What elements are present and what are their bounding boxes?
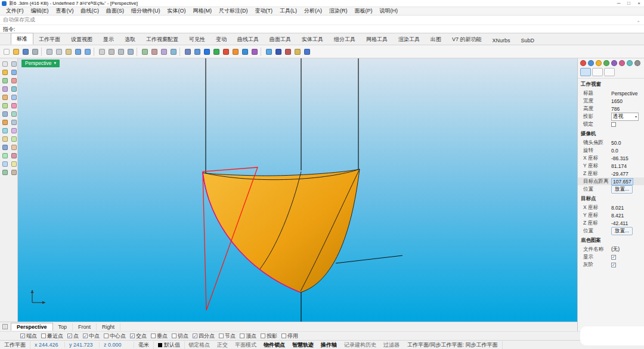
status-layer[interactable]: 默认值: [154, 341, 185, 349]
menu-item-尺寸标注(D)[interactable]: 尺寸标注(D): [215, 7, 252, 15]
circle-tool-icon[interactable]: [10, 77, 17, 84]
osnap-端点[interactable]: ✓端点: [20, 332, 37, 340]
curve-tool-icon[interactable]: [1, 77, 8, 84]
menu-item-变动(T)[interactable]: 变动(T): [252, 7, 277, 15]
notes-icon[interactable]: [619, 60, 625, 66]
viewport-tab-Top[interactable]: Top: [53, 323, 73, 331]
osnap-中点[interactable]: ✓中点: [83, 332, 100, 340]
osnap-checkbox[interactable]: [281, 334, 286, 338]
help-icon[interactable]: [302, 47, 312, 57]
toolbar-tab-出图[interactable]: 出图: [425, 34, 447, 45]
polyline-tool-icon[interactable]: [10, 68, 17, 76]
osnap-投影[interactable]: 投影: [261, 332, 277, 340]
osnap-checkbox[interactable]: [104, 334, 109, 338]
toolbar-tab-选取[interactable]: 选取: [119, 34, 141, 45]
mirror-icon[interactable]: [169, 47, 178, 57]
toolbar-tab-渲染工具[interactable]: 渲染工具: [393, 34, 425, 45]
toolbar-tab-XNurbs[interactable]: XNurbs: [487, 36, 516, 45]
chamfer-tool-icon[interactable]: [1, 135, 8, 142]
open-folder-icon[interactable]: [11, 47, 21, 57]
toolbar-tab-曲面工具[interactable]: 曲面工具: [264, 34, 296, 45]
boolean-tool-icon[interactable]: [1, 127, 8, 134]
lasso-select-tool-icon[interactable]: [10, 60, 17, 67]
menu-item-说明(H)[interactable]: 说明(H): [376, 7, 402, 15]
osnap-checkbox[interactable]: [151, 334, 156, 338]
toolbar-tab-细分工具[interactable]: 细分工具: [329, 34, 361, 45]
settings-icon[interactable]: [634, 60, 640, 66]
viewport-tab-Perspective[interactable]: Perspective: [11, 323, 53, 331]
render-icon[interactable]: [274, 47, 283, 57]
osnap-checkbox[interactable]: ✓: [20, 334, 25, 338]
osnap-checkbox[interactable]: [261, 334, 265, 338]
trim-tool-icon[interactable]: [1, 144, 8, 151]
toolbar-tab-设置视图[interactable]: 设置视图: [66, 34, 98, 45]
osnap-垂点[interactable]: 垂点: [151, 332, 168, 340]
status-toggle-过滤器[interactable]: 过滤器: [380, 341, 403, 349]
灰阶-checkbox[interactable]: ✓: [611, 263, 616, 267]
menu-item-细分物件(U)[interactable]: 细分物件(U): [128, 7, 164, 15]
toolbar-tab-曲线工具[interactable]: 曲线工具: [232, 34, 264, 45]
status-toggle-记录建构历史[interactable]: 记录建构历史: [340, 341, 380, 349]
print-icon[interactable]: [30, 47, 40, 57]
circle-icon[interactable]: [193, 47, 202, 57]
scale-icon[interactable]: [159, 47, 169, 57]
status-toggle-正交[interactable]: 正交: [213, 341, 231, 349]
torus-icon[interactable]: [250, 47, 259, 57]
box-tool-icon[interactable]: [1, 119, 8, 126]
sphere-tool-icon[interactable]: [10, 119, 17, 126]
toolbar-tab-标准[interactable]: 标准: [11, 33, 33, 45]
osnap-切点[interactable]: 切点: [172, 332, 188, 340]
viewport-layout-icon[interactable]: [2, 324, 8, 329]
osnap-checkbox[interactable]: ✓: [83, 334, 88, 338]
osnap-交点[interactable]: ✓交点: [130, 332, 147, 340]
rotate-view-icon[interactable]: [126, 47, 135, 57]
revolve-tool-icon[interactable]: [1, 110, 8, 117]
display-icon[interactable]: [596, 60, 602, 66]
projection-dropdown[interactable]: 透视▾: [611, 113, 639, 121]
close-button[interactable]: ×: [634, 0, 644, 7]
sweep-tool-icon[interactable]: [10, 110, 17, 117]
osnap-最近点[interactable]: 最近点: [41, 332, 63, 340]
command-prompt[interactable]: 指令:: [0, 24, 644, 33]
new-file-icon[interactable]: [2, 47, 11, 57]
pan-icon[interactable]: [97, 47, 107, 57]
menu-item-网格(M)[interactable]: 网格(M): [190, 7, 216, 15]
menu-item-文件(F)[interactable]: 文件(F): [2, 7, 27, 15]
toolbar-tab-实体工具[interactable]: 实体工具: [296, 34, 329, 45]
menu-item-曲面(S)[interactable]: 曲面(S): [103, 7, 128, 15]
status-toggle-平面模式[interactable]: 平面模式: [231, 341, 260, 349]
layer-icon[interactable]: [293, 47, 302, 57]
shaded-view-icon[interactable]: [264, 47, 274, 57]
lights-icon[interactable]: [611, 60, 617, 66]
redo-icon[interactable]: [83, 47, 92, 57]
move-icon[interactable]: [140, 47, 150, 57]
zoom-window-icon[interactable]: [107, 47, 116, 57]
viewport-perspective[interactable]: Perspective ▾: [18, 58, 577, 322]
osnap-中心点[interactable]: 中心点: [104, 332, 126, 340]
copy-icon[interactable]: [54, 47, 64, 57]
rotate-tool-icon[interactable]: [10, 160, 17, 167]
mirror-tool-icon[interactable]: [10, 169, 17, 176]
toolbar-tab-工作视窗配置[interactable]: 工作视窗配置: [141, 34, 184, 45]
paste-icon[interactable]: [64, 47, 73, 57]
menu-item-渲染(R)[interactable]: 渲染(R): [326, 7, 351, 15]
globe-icon[interactable]: [240, 47, 250, 57]
status-toggle-锁定格点[interactable]: 锁定格点: [185, 341, 213, 349]
material-icon[interactable]: [283, 47, 293, 57]
offset-tool-icon[interactable]: [10, 135, 17, 142]
loft-tool-icon[interactable]: [1, 102, 8, 109]
osnap-checkbox[interactable]: ✓: [67, 334, 72, 338]
menu-item-曲线(C)[interactable]: 曲线(C): [78, 7, 103, 15]
osnap-checkbox[interactable]: [172, 334, 177, 338]
chevron-up-icon[interactable]: ⌃: [636, 20, 640, 26]
menu-item-分析(A)[interactable]: 分析(A): [301, 7, 326, 15]
arc-tool-icon[interactable]: [1, 85, 8, 92]
move-tool-icon[interactable]: [1, 160, 8, 167]
viewport-tab-Front[interactable]: Front: [73, 323, 97, 331]
status-cplane-button[interactable]: 工作平面: [0, 341, 30, 349]
maximize-button[interactable]: □: [624, 0, 634, 7]
toolbar-tab-网格工具[interactable]: 网格工具: [361, 34, 393, 45]
save-icon[interactable]: [21, 47, 30, 57]
sphere-blue-icon[interactable]: [202, 47, 212, 57]
osnap-点[interactable]: ✓点: [67, 332, 79, 340]
